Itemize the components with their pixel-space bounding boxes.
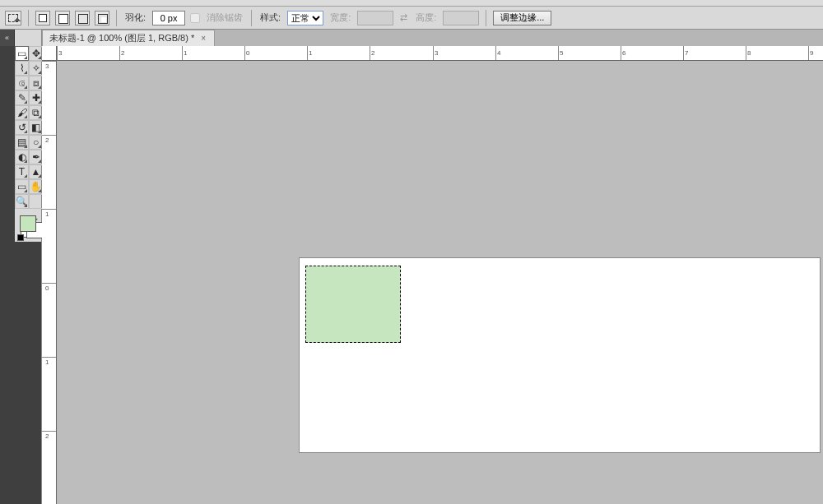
ruler-h-label: 0 [246,49,249,57]
left-dark-gutter [0,46,15,504]
foreground-swatch[interactable] [20,215,36,232]
tool-brush[interactable]: 🖌 [15,105,29,120]
tool-magic-wand[interactable]: ✧ [29,61,43,76]
document-tab-title: 未标题-1 @ 100% (图层 1, RGB/8) * [49,32,194,44]
flyout-triangle-icon [24,145,27,148]
new-selection-icon [39,14,47,22]
document-tab-strip: « 未标题-1 @ 100% (图层 1, RGB/8) * × [0,30,823,46]
subtract-selection-icon [78,14,86,22]
tool-crop[interactable]: ⟃ [15,76,29,90]
tool-stamp[interactable]: ⧉ [29,105,43,120]
tool-healing[interactable]: ✚ [29,90,43,105]
ruler-h-label: 8 [747,49,751,57]
flyout-triangle-icon [24,86,27,89]
feather-input[interactable] [152,11,185,25]
ruler-v-label: 2 [45,432,49,440]
intersect-selection-icon [98,14,106,22]
marquee-icon [8,14,18,22]
flyout-triangle-icon [24,189,27,192]
collapse-panels-tab[interactable]: « [0,30,15,46]
width-label: 宽度: [328,12,352,24]
toolbox-header-strip [15,30,42,46]
height-label: 高度: [414,12,438,24]
flyout-triangle-icon [24,56,27,59]
tool-gradient[interactable]: ▤ [15,135,29,150]
ruler-h-label: 2 [371,49,374,57]
flyout-triangle-icon [38,100,41,104]
flyout-triangle-icon [24,204,27,207]
current-tool-indicator[interactable] [5,11,21,25]
ruler-v-label: 1 [45,358,49,366]
ruler-v-label: 2 [45,136,49,144]
flyout-triangle-icon [24,160,27,163]
selection-marquee[interactable] [305,266,401,343]
tool-blur[interactable]: ○ [29,135,43,150]
separator [116,10,117,26]
width-input-disabled [357,11,393,25]
separator [251,10,252,26]
ruler-vertical[interactable]: 3210123 [42,61,57,504]
tool-blank[interactable] [29,194,43,209]
tool-dodge[interactable]: ◐ [15,150,29,164]
style-select[interactable]: 正常 [287,11,323,25]
options-bar: 羽化: 消除锯齿 样式: 正常 宽度: ⇄ 高度: 调整边缘... [0,7,823,30]
tool-lasso[interactable]: ⌇ [15,61,29,76]
ruler-h-label: 6 [622,49,625,57]
toolbox-dark-tail [15,242,41,504]
tool-shape[interactable]: ▭ [15,179,29,194]
tool-zoom[interactable]: 🔍 [15,194,29,209]
flyout-triangle-icon [38,160,41,163]
antialias-checkbox [190,13,200,23]
ruler-v-label: 0 [45,284,49,292]
close-icon[interactable]: × [199,35,207,43]
selection-mode-intersect[interactable] [95,11,109,25]
height-input-disabled [443,11,479,25]
flyout-triangle-icon [24,71,27,74]
ruler-h-label: 1 [184,49,187,57]
selection-mode-subtract[interactable] [75,11,90,25]
tool-eyedropper[interactable]: ✎ [15,90,29,105]
tool-history-brush[interactable]: ↺ [15,120,29,135]
canvas-workspace: 3210123456789 3210123 [42,46,823,504]
flyout-triangle-icon [38,145,41,148]
ruler-h-label: 1 [309,49,312,57]
flyout-triangle-icon [38,174,41,178]
add-selection-icon [58,14,67,22]
tool-move[interactable]: ✥ [29,46,43,61]
flyout-triangle-icon [38,189,41,192]
main-area: ▭✥⌇✧⟃⧈✎✚🖌⧉↺◧▤○◐✒T▲▭✋🔍 ⤡ 3210123456789 32… [0,46,823,504]
document-tab[interactable]: 未标题-1 @ 100% (图层 1, RGB/8) * × [42,30,215,46]
ruler-v-label: 1 [45,210,49,218]
ruler-h-label: 5 [560,49,563,57]
selection-mode-new[interactable] [35,11,50,25]
tool-hand[interactable]: ✋ [29,179,43,194]
ruler-h-label: 4 [497,49,500,57]
ruler-v-label: 3 [45,62,49,70]
flyout-triangle-icon [24,115,27,118]
ruler-origin-corner[interactable] [42,46,57,61]
link-wh-icon: ⇄ [398,12,409,23]
refine-edge-button[interactable]: 调整边缘... [493,11,551,25]
color-swatches[interactable]: ⤡ [15,212,41,242]
tool-slice[interactable]: ⧈ [29,76,43,90]
style-label: 样式: [258,12,282,24]
flyout-triangle-icon [38,86,41,89]
ruler-h-label: 7 [685,49,688,57]
flyout-triangle-icon [24,100,27,104]
flyout-triangle-icon [24,174,27,178]
selection-mode-add[interactable] [55,11,70,25]
ruler-horizontal[interactable]: 3210123456789 [57,46,823,61]
tool-eraser[interactable]: ◧ [29,120,43,135]
flyout-triangle-icon [38,115,41,118]
separator [28,10,29,26]
menubar-truncated [0,0,823,7]
tool-path-select[interactable]: ▲ [29,164,43,179]
tool-marquee[interactable]: ▭ [15,46,29,61]
flyout-triangle-icon [38,130,41,133]
ruler-h-label: 9 [810,49,813,57]
separator [486,10,486,26]
tool-pen[interactable]: ✒ [29,150,43,164]
default-colors-icon[interactable] [17,234,24,241]
tool-type[interactable]: T [15,164,29,179]
viewport[interactable] [57,61,823,504]
